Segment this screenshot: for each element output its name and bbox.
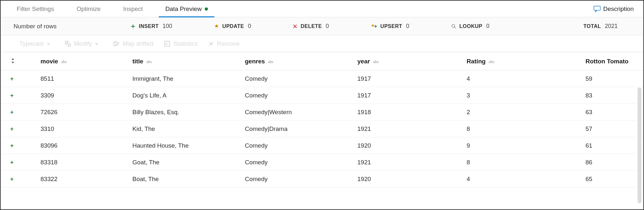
toolbar-label: Typecast: [19, 40, 44, 47]
sort-icon: [9, 58, 17, 64]
cell-year: 1920: [357, 171, 467, 187]
insert-mark-icon: +: [10, 109, 14, 115]
cell-year: 1921: [357, 154, 467, 171]
remove-button[interactable]: Remove: [209, 40, 240, 47]
cell-title: Haunted House, The: [132, 137, 245, 154]
cell-genres: Comedy|Western: [245, 104, 357, 121]
cell-year: 1918: [357, 104, 467, 121]
cell-movie: 72626: [23, 104, 132, 121]
cell-genres: Comedy: [245, 70, 357, 87]
column-header-rotton-tomato[interactable]: Rotton Tomato: [586, 52, 643, 70]
stat-value: 0: [248, 23, 251, 30]
chevron-down-icon: [46, 41, 51, 46]
stat-label: DELETE: [300, 23, 322, 29]
cell-genres: Comedy: [245, 154, 357, 171]
svg-point-1: [452, 24, 455, 27]
modify-icon: [65, 41, 71, 47]
vertical-scrollbar[interactable]: [638, 87, 641, 203]
insert-mark-icon: +: [10, 159, 14, 166]
table-row[interactable]: +72626Billy Blazes, Esq.Comedy|Western19…: [1, 104, 643, 121]
data-table: movieabc titleabc genresabc yearabc Rati…: [1, 52, 643, 187]
column-type: abc: [61, 59, 67, 64]
cell-rt: 86: [586, 154, 643, 171]
column-name: title: [132, 58, 143, 65]
cell-title: Dog's Life, A: [132, 87, 245, 104]
cell-rating: 8: [467, 121, 586, 137]
table-row[interactable]: +83096Haunted House, TheComedy1920961: [1, 137, 643, 154]
stat-delete: DELETE 0: [293, 23, 329, 30]
cell-rating: 9: [467, 137, 586, 154]
tab-filter-settings[interactable]: Filter Settings: [10, 1, 60, 17]
table-row[interactable]: +8511Immigrant, TheComedy1917459: [1, 70, 643, 87]
app-window: Filter Settings Optimize Inspect Data Pr…: [0, 0, 644, 210]
svg-rect-2: [65, 41, 67, 43]
stats-heading: Number of rows: [13, 23, 57, 30]
tab-label: Filter Settings: [17, 5, 54, 13]
cell-title: Kid, The: [132, 121, 245, 137]
cell-title: Goat, The: [132, 154, 245, 171]
table-row[interactable]: +83322Boat, TheComedy1920465: [1, 171, 643, 187]
statistics-button[interactable]: Statistics: [164, 40, 198, 47]
column-type: abc: [147, 59, 152, 64]
delete-icon: [293, 24, 297, 29]
stat-value: 100: [163, 23, 172, 30]
tab-inspect[interactable]: Inspect: [117, 1, 149, 17]
column-header-genres[interactable]: genresabc: [245, 52, 357, 70]
cell-rating: 4: [467, 171, 586, 187]
cell-genres: Comedy|Drama: [245, 121, 357, 137]
table-row[interactable]: +83318Goat, TheComedy1921886: [1, 154, 643, 171]
column-name: genres: [245, 58, 265, 65]
tab-label: Optimize: [76, 5, 101, 13]
typecast-button[interactable]: Typecast: [19, 40, 54, 47]
description-button[interactable]: Description: [594, 5, 634, 13]
cell-year: 1920: [357, 137, 467, 154]
column-header-title[interactable]: titleabc: [132, 52, 245, 70]
cell-rt: 61: [586, 137, 643, 154]
stat-value: 2021: [605, 23, 618, 30]
column-header-year[interactable]: yearabc: [357, 52, 467, 70]
insert-mark-icon: +: [10, 92, 14, 99]
cell-genres: Comedy: [245, 171, 357, 187]
toolbar-label: Remove: [217, 40, 240, 47]
column-name: movie: [23, 58, 58, 65]
cell-rt: 65: [586, 171, 643, 187]
sort-column-header[interactable]: [1, 52, 23, 70]
toolbar-label: Statistics: [173, 40, 198, 47]
cell-movie: 83096: [23, 137, 132, 154]
column-header-movie[interactable]: movieabc: [23, 52, 132, 70]
modify-button[interactable]: Modify: [65, 40, 102, 47]
cell-movie: 83318: [23, 154, 132, 171]
stat-total: TOTAL 2021: [584, 23, 618, 30]
stat-label: LOOKUP: [460, 23, 482, 29]
cell-year: 1917: [357, 87, 467, 104]
cell-title: Immigrant, The: [132, 70, 245, 87]
tab-data-preview[interactable]: Data Preview: [159, 1, 214, 17]
tab-optimize[interactable]: Optimize: [70, 1, 107, 17]
toolbar-label: Modify: [74, 40, 92, 47]
cell-genres: Comedy: [245, 87, 357, 104]
column-header-rating[interactable]: Ratingabc: [467, 52, 586, 70]
svg-rect-0: [594, 6, 600, 10]
row-mark: +: [1, 87, 23, 104]
stat-label: UPDATE: [222, 23, 244, 29]
row-mark: +: [1, 70, 23, 87]
table-header-row: movieabc titleabc genresabc yearabc Rati…: [1, 52, 643, 70]
cell-year: 1921: [357, 121, 467, 137]
column-type: abc: [489, 59, 495, 64]
remove-icon: [209, 41, 214, 46]
cell-movie: 3309: [23, 87, 132, 104]
status-dot-icon: [205, 7, 208, 11]
description-label: Description: [603, 5, 634, 13]
svg-rect-3: [68, 44, 70, 46]
insert-mark-icon: +: [10, 176, 14, 182]
table-row[interactable]: +3309Dog's Life, AComedy1917383: [1, 87, 643, 104]
map-drifted-button[interactable]: Map drifted: [113, 40, 153, 47]
column-type: abc: [268, 59, 274, 64]
table-row[interactable]: +3310Kid, TheComedy|Drama1921857: [1, 121, 643, 137]
comment-icon: [594, 6, 601, 12]
toolbar-label: Map drifted: [123, 40, 153, 47]
row-mark: +: [1, 137, 23, 154]
stat-label: UPSERT: [380, 23, 402, 29]
lookup-icon: [451, 24, 456, 29]
insert-mark-icon: +: [10, 142, 14, 149]
